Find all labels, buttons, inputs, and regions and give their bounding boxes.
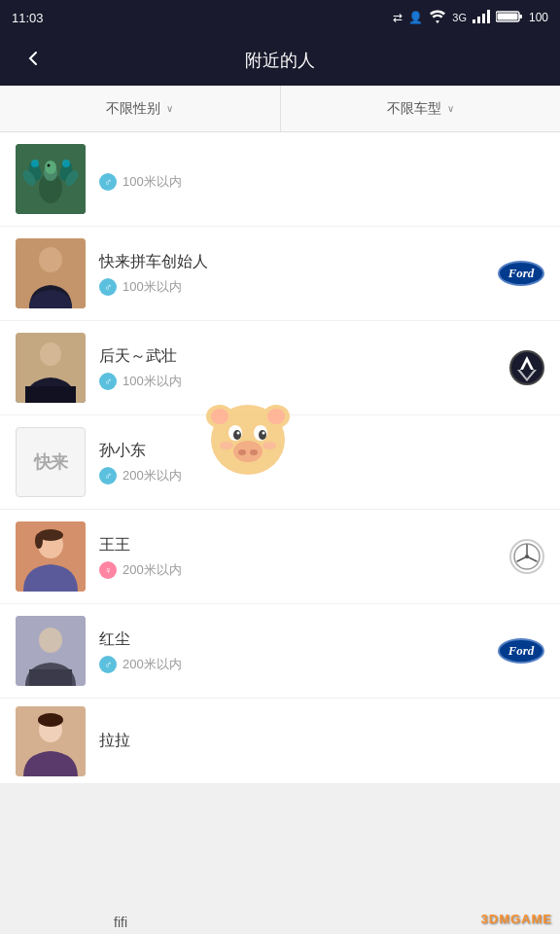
list-item[interactable]: 后天～武壮 ♂ 100米以内 (0, 321, 560, 415)
person-name: 拉拉 (99, 731, 544, 751)
avatar (16, 144, 86, 214)
svg-point-16 (45, 161, 56, 174)
svg-rect-31 (29, 669, 72, 686)
svg-rect-2 (482, 14, 485, 23)
svg-rect-5 (519, 15, 522, 18)
svg-rect-3 (487, 10, 490, 23)
person-info: 快来拼车创始人 ♂ 100米以内 (86, 252, 544, 296)
battery-icon (496, 10, 523, 26)
svg-point-15 (62, 160, 70, 167)
transfer-icon: ⇄ (393, 11, 402, 24)
svg-point-28 (525, 555, 529, 558)
svg-point-19 (39, 247, 62, 272)
list-item[interactable]: ♂ 100米以内 (0, 132, 560, 227)
car-logo-vw (509, 350, 544, 385)
person-list: ♂ 100米以内 快来拼车创始人 ♂ 100米以内 Ford (0, 132, 560, 784)
svg-point-14 (31, 160, 39, 167)
svg-point-26 (35, 533, 43, 549)
distance-text: 200米以内 (122, 467, 182, 485)
fifi-text: fifi (110, 911, 131, 934)
gender-filter-label: 不限性别 (106, 100, 160, 118)
svg-point-34 (38, 713, 63, 727)
list-item[interactable]: 拉拉 (0, 699, 560, 784)
svg-rect-22 (25, 386, 76, 403)
avatar (16, 616, 86, 686)
list-item[interactable]: 快来 孙小东 ♂ 200米以内 (0, 415, 560, 510)
car-type-filter-label: 不限车型 (387, 100, 441, 118)
car-logo-mercedes (509, 539, 544, 574)
status-icons: ⇄ 👤 3G 100 (393, 10, 548, 26)
car-type-filter[interactable]: 不限车型 ∨ (281, 86, 561, 131)
person-meta: ♀ 200米以内 (99, 561, 544, 579)
gender-icon-male: ♂ (99, 656, 117, 673)
signal-label: 3G (452, 12, 467, 23)
time-display: 11:03 (12, 11, 44, 25)
svg-rect-1 (477, 17, 480, 23)
person-info: 孙小东 ♂ 200米以内 (86, 441, 544, 485)
filter-bar: 不限性别 ∨ 不限车型 ∨ (0, 86, 560, 132)
avatar (16, 521, 86, 592)
gender-icon-male: ♂ (99, 173, 117, 191)
svg-rect-0 (472, 19, 475, 23)
person-meta: ♂ 200米以内 (99, 467, 544, 485)
list-item[interactable]: 红尘 ♂ 200米以内 Ford (0, 604, 560, 699)
person-meta: ♂ 100米以内 (99, 278, 544, 296)
page-title: 附近的人 (245, 49, 315, 72)
list-item[interactable]: 王王 ♀ 200米以内 (0, 510, 560, 604)
signal-icon (472, 10, 490, 26)
person-name: 王王 (99, 535, 544, 556)
car-type-filter-arrow: ∨ (447, 103, 454, 114)
svg-rect-6 (497, 13, 517, 19)
svg-point-30 (39, 628, 62, 653)
mercedes-icon (509, 539, 544, 574)
car-logo-ford2: Ford (498, 638, 544, 664)
ford-icon: Ford (498, 638, 544, 664)
wifi-icon (429, 10, 446, 26)
back-button[interactable] (16, 41, 51, 81)
person-meta: ♂ 200米以内 (99, 656, 544, 673)
list-item[interactable]: 快来拼车创始人 ♂ 100米以内 Ford (0, 227, 560, 321)
kuailai-text: 快来 (34, 450, 67, 474)
title-bar: 附近的人 (0, 35, 560, 86)
ford-icon: Ford (498, 261, 544, 286)
svg-point-21 (40, 342, 61, 366)
person-info: ♂ 100米以内 (86, 167, 544, 191)
person-info: 拉拉 (86, 731, 544, 751)
gender-icon-male: ♂ (99, 373, 117, 390)
person-name: 红尘 (99, 629, 544, 650)
person-meta: ♂ 100米以内 (99, 173, 544, 191)
avatar (16, 706, 86, 776)
svg-point-17 (48, 164, 51, 167)
gender-filter[interactable]: 不限性别 ∨ (0, 86, 281, 131)
vw-icon (509, 350, 544, 385)
person-name: 快来拼车创始人 (99, 252, 544, 272)
distance-text: 100米以内 (122, 373, 182, 390)
person-info: 红尘 ♂ 200米以内 (86, 629, 544, 673)
status-bar: 11:03 ⇄ 👤 3G 100 (0, 0, 560, 35)
person-meta: ♂ 100米以内 (99, 373, 544, 390)
distance-text: 200米以内 (122, 656, 182, 673)
person-name: 后天～武壮 (99, 346, 544, 367)
avatar (16, 238, 86, 308)
profile-icon: 👤 (408, 11, 423, 24)
distance-text: 100米以内 (122, 278, 182, 296)
avatar: 快来 (16, 427, 86, 497)
distance-text: 100米以内 (122, 173, 182, 191)
car-logo-ford: Ford (498, 261, 544, 286)
gender-icon-female: ♀ (99, 561, 117, 579)
person-info: 后天～武壮 ♂ 100米以内 (86, 346, 544, 390)
gender-icon-male: ♂ (99, 467, 117, 485)
distance-text: 200米以内 (122, 561, 182, 579)
person-info: 王王 ♀ 200米以内 (86, 535, 544, 579)
watermark: 3DMGAME (481, 912, 552, 926)
battery-level: 100 (529, 11, 548, 24)
gender-icon-male: ♂ (99, 278, 117, 296)
person-name: 孙小东 (99, 441, 544, 461)
avatar (16, 333, 86, 403)
gender-filter-arrow: ∨ (166, 103, 173, 114)
